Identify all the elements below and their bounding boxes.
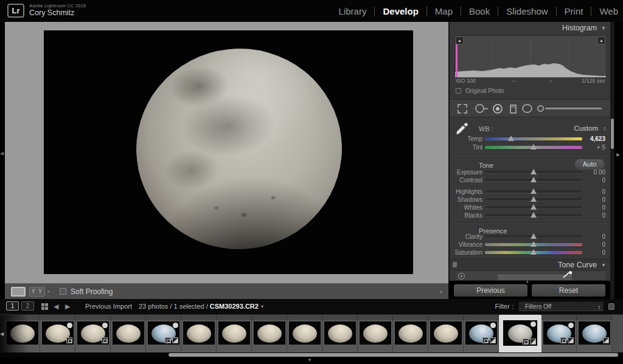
temp-slider-knob[interactable]	[508, 136, 514, 141]
filmstrip-thumb-selected[interactable]	[499, 315, 541, 353]
radial-filter-tool-icon[interactable]	[522, 104, 532, 113]
thumb-badge-crop-icon[interactable]	[568, 337, 574, 343]
highlights-slider-knob[interactable]	[531, 188, 537, 194]
highlights-slider[interactable]	[485, 190, 582, 193]
panel-collapse-icon[interactable]: ▼	[601, 26, 606, 31]
saturation-slider-knob[interactable]	[531, 249, 537, 255]
adjustment-brush-tool-icon[interactable]	[537, 105, 544, 112]
vibrance-slider-knob[interactable]	[531, 241, 537, 247]
thumb-image[interactable]	[503, 320, 537, 346]
shadow-clipping-icon[interactable]: ▲	[456, 36, 464, 44]
thumb-badge-crop-icon[interactable]	[490, 337, 496, 343]
module-slideshow[interactable]: Slideshow	[506, 6, 548, 16]
right-panel-collapsed-strip[interactable]: ▶	[614, 22, 623, 299]
filmstrip-scroll-left-icon[interactable]: ◀	[0, 331, 4, 337]
module-print[interactable]: Print	[565, 6, 583, 16]
thumb-badge-copy-icon[interactable]	[165, 337, 171, 343]
module-map[interactable]: Map	[435, 6, 453, 16]
thumb-image[interactable]	[579, 321, 610, 345]
thumb-image[interactable]	[148, 321, 179, 345]
contrast-slider[interactable]	[485, 179, 582, 182]
reset-button[interactable]: Reset	[532, 284, 605, 297]
left-panel-reveal-icon[interactable]: ◀	[0, 151, 4, 156]
toolbar-options-caret-icon[interactable]: ▾	[440, 289, 442, 295]
white-balance-dropper-icon[interactable]	[454, 122, 469, 136]
module-web[interactable]: Web	[599, 6, 618, 16]
blacks-slider-knob[interactable]	[531, 212, 537, 218]
shadows-slider[interactable]	[485, 198, 582, 201]
thumb-image[interactable]	[289, 321, 321, 345]
whites-slider[interactable]	[485, 206, 582, 209]
graduated-filter-tool-icon[interactable]	[510, 105, 517, 114]
filmstrip-thumb[interactable]	[577, 315, 612, 353]
soft-proofing-checkbox[interactable]	[60, 288, 66, 295]
thumb-image[interactable]	[7, 321, 38, 345]
filmstrip-thumb[interactable]	[75, 315, 111, 353]
main-window-button[interactable]: 1	[6, 301, 19, 311]
original-photo-checkbox[interactable]	[456, 88, 461, 94]
module-develop[interactable]: Develop	[383, 6, 418, 16]
spot-removal-tool-icon[interactable]	[475, 104, 484, 113]
thumb-image[interactable]	[113, 321, 144, 345]
thumb-badge-crop-icon[interactable]	[603, 337, 609, 343]
targeted-adjustment-icon[interactable]	[458, 273, 465, 280]
thumb-image[interactable]	[543, 321, 575, 345]
filmstrip-thumb[interactable]	[40, 315, 75, 353]
filmstrip-source-caret-icon[interactable]: ▾	[261, 303, 263, 310]
thumb-image[interactable]	[183, 321, 215, 345]
clarity-slider-knob[interactable]	[531, 233, 537, 239]
right-panel-reveal-icon[interactable]: ▶	[616, 152, 620, 157]
previous-photo-arrow-icon[interactable]: ◀	[54, 303, 58, 311]
bottom-collapsed-strip[interactable]: ▼	[0, 357, 623, 364]
thumb-badge-crop-icon[interactable]	[172, 337, 178, 343]
thumb-badge-copy-icon[interactable]	[560, 337, 566, 343]
filmstrip-thumb[interactable]	[287, 315, 322, 353]
filmstrip-thumb[interactable]	[181, 315, 217, 353]
filmstrip-thumb[interactable]	[428, 315, 464, 353]
thumb-image[interactable]	[42, 321, 74, 345]
saturation-slider[interactable]	[485, 251, 582, 254]
module-library[interactable]: Library	[339, 6, 367, 16]
filmstrip-thumb[interactable]	[541, 315, 577, 353]
filmstrip-collapse-icon[interactable]: ▼	[307, 357, 312, 363]
blacks-slider[interactable]	[485, 214, 582, 217]
filmstrip-thumb[interactable]	[322, 315, 358, 353]
filmstrip-thumb[interactable]	[358, 315, 393, 353]
tone-curve-panel-header[interactable]: Tone Curve ▼	[450, 259, 610, 270]
thumb-image[interactable]	[324, 321, 356, 345]
tint-slider-knob[interactable]	[531, 144, 537, 149]
exposure-slider-knob[interactable]	[531, 169, 537, 174]
thumb-image[interactable]	[218, 321, 250, 345]
tint-slider[interactable]	[485, 146, 582, 149]
filmstrip-scrollbar[interactable]	[0, 352, 623, 357]
crop-tool-icon[interactable]	[458, 104, 467, 114]
wb-value-dropdown[interactable]: Custom	[574, 125, 598, 132]
temp-slider[interactable]	[485, 137, 582, 140]
filmstrip-thumb[interactable]	[5, 315, 40, 353]
filmstrip-thumb[interactable]	[393, 315, 428, 353]
previous-button[interactable]: Previous	[454, 284, 527, 297]
thumb-badge-copy-icon[interactable]	[482, 337, 489, 343]
filmstrip-source-label[interactable]: Previous Import	[85, 303, 132, 310]
scrollbar-thumb[interactable]	[611, 118, 614, 149]
filmstrip-thumb[interactable]	[111, 315, 146, 353]
loupe-view-icon[interactable]	[11, 287, 26, 297]
thumb-badge-copy-icon[interactable]	[523, 338, 529, 345]
panel-scroll-hint-icon[interactable]: ▾	[526, 280, 529, 284]
vibrance-slider[interactable]	[485, 243, 582, 246]
filter-dropdown-arrows-icon[interactable]: ▴▾	[598, 304, 600, 309]
thumb-image[interactable]	[360, 321, 391, 345]
contrast-slider-knob[interactable]	[531, 177, 537, 182]
before-after-icon[interactable]: Y Y	[29, 287, 45, 297]
left-panel-collapsed-strip[interactable]: ◀	[0, 22, 5, 299]
thumb-badge-crop-icon[interactable]	[530, 338, 536, 345]
filmstrip-thumb[interactable]	[464, 315, 499, 353]
module-book[interactable]: Book	[469, 6, 490, 16]
histogram-panel-header[interactable]: Histogram ▼	[450, 22, 610, 34]
thumb-image[interactable]	[254, 321, 285, 345]
clarity-slider[interactable]	[485, 235, 582, 238]
filmstrip-status[interactable]: 23 photos / 1 selected / CSM30293.CR2 ▾	[139, 303, 263, 310]
thumb-image[interactable]	[77, 321, 109, 345]
filmstrip-scrollbar-thumb[interactable]	[169, 353, 618, 357]
shadows-slider-knob[interactable]	[531, 196, 537, 202]
